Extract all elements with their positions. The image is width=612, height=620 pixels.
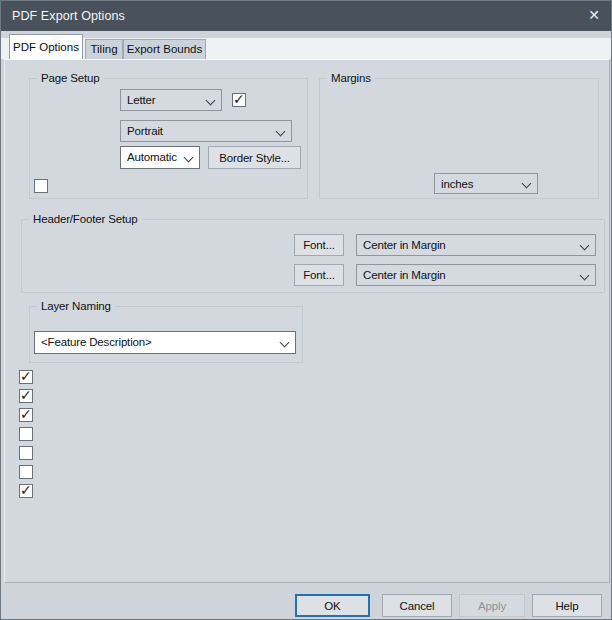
chevron-down-icon: [580, 271, 590, 281]
help-button[interactable]: Help: [532, 594, 602, 617]
use-jpg-compression-checkbox[interactable]: ✓: [19, 370, 33, 384]
apply-button[interactable]: Apply: [459, 594, 525, 617]
save-map-layout-checkbox[interactable]: ✓: [19, 484, 33, 498]
header-position-value: Center in Margin: [363, 235, 577, 255]
resolution-value: Automatic: [127, 147, 181, 167]
chevron-down-icon: [276, 127, 286, 137]
layer-naming-group-label: Layer Naming: [37, 300, 115, 313]
chevron-down-icon: [522, 179, 532, 189]
resolution-combobox[interactable]: Automatic: [120, 146, 200, 169]
footer-position-value: Center in Margin: [363, 265, 577, 285]
chevron-down-icon: [206, 96, 216, 106]
orientation-combobox[interactable]: Portrait: [120, 120, 292, 142]
page-size-combobox[interactable]: Letter: [120, 89, 222, 111]
export-fixed-scale-checkbox[interactable]: ✓: [34, 179, 48, 193]
ok-button[interactable]: OK: [295, 594, 370, 617]
page-setup-group-label: Page Setup: [37, 72, 104, 85]
window-title: PDF Export Options: [12, 1, 125, 31]
footer-font-button[interactable]: Font...: [294, 264, 344, 286]
title-bar[interactable]: PDF Export Options ✕: [1, 1, 612, 31]
layer-attribute-combobox[interactable]: <Feature Description>: [34, 331, 296, 354]
avenza-maplist-checkbox[interactable]: ✓: [19, 465, 33, 479]
chevron-down-icon: [280, 338, 290, 348]
header-footer-group-label: Header/Footer Setup: [29, 213, 142, 226]
tab-tiling[interactable]: Tiling: [85, 39, 123, 59]
margin-units-combobox[interactable]: inches: [434, 173, 538, 194]
layer-attribute-value: <Feature Description>: [41, 332, 277, 353]
combine-raster-layers-checkbox[interactable]: ✓: [19, 389, 33, 403]
chevron-down-icon: [184, 153, 194, 163]
embed-fonts-checkbox[interactable]: ✓: [19, 408, 33, 422]
tab-export-bounds[interactable]: Export Bounds: [123, 39, 206, 59]
margins-group-label: Margins: [327, 72, 375, 85]
header-position-combobox[interactable]: Center in Margin: [356, 234, 596, 256]
footer-position-combobox[interactable]: Center in Margin: [356, 264, 596, 286]
close-icon[interactable]: ✕: [577, 1, 611, 31]
header-font-button[interactable]: Font...: [294, 234, 344, 256]
pdf-export-options-dialog: PDF Export Options ✕ PDF Options Tiling …: [0, 0, 612, 620]
fill-page-checkbox[interactable]: ✓: [232, 93, 246, 107]
tab-pdf-options[interactable]: PDF Options: [9, 34, 83, 59]
orientation-value: Portrait: [127, 121, 273, 141]
chevron-down-icon: [580, 241, 590, 251]
map-background-color-checkbox[interactable]: ✓: [19, 446, 33, 460]
page-size-value: Letter: [127, 90, 203, 110]
cancel-button[interactable]: Cancel: [382, 594, 452, 617]
margin-units-value: inches: [441, 174, 519, 194]
border-style-button[interactable]: Border Style...: [208, 146, 301, 169]
adobe-iso-extensions-checkbox[interactable]: ✓: [19, 427, 33, 441]
